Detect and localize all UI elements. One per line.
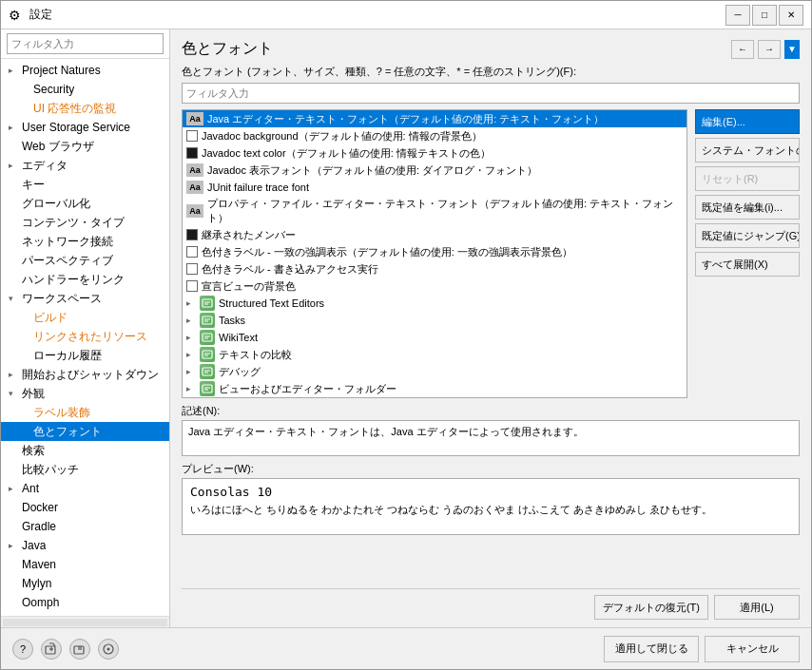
font-list-item[interactable]: 宣言ビューの背景色 — [183, 278, 686, 295]
font-list-item[interactable]: ▸WikiText — [183, 329, 686, 346]
sidebar-item-label: UI 応答性の監視 — [33, 101, 116, 117]
sidebar-item-appearance[interactable]: ▾外観 — [1, 384, 169, 403]
sidebar-item-colors-fonts[interactable]: 色とフォント — [1, 422, 169, 441]
font-list-item[interactable]: 色付きラベル - 一致の強調表示（デフォルト値の使用: 一致の強調表示背景色） — [183, 243, 686, 260]
sidebar-item-label: 開始およびシャットダウン — [22, 367, 159, 383]
font-item-label: Javadoc background（デフォルト値の使用: 情報の背景色） — [202, 129, 482, 144]
font-list[interactable]: AaJava エディター・テキスト・フォント（デフォルト値の使用: テキスト・フ… — [182, 109, 687, 398]
sidebar-filter-input[interactable] — [7, 33, 164, 54]
restore-button[interactable]: □ — [752, 5, 777, 26]
sidebar-item-label: Web ブラウザ — [22, 139, 94, 155]
font-list-item[interactable]: ▸デバッグ — [183, 363, 686, 380]
group-icon — [200, 381, 215, 396]
sidebar-item-ant[interactable]: ▸Ant — [1, 479, 169, 498]
sidebar-item-editor[interactable]: ▸エディタ — [1, 156, 169, 175]
font-list-item[interactable]: Aaプロパティ・ファイル・エディター・テキスト・フォント（デフォルト値の使用: … — [183, 196, 686, 226]
font-list-item[interactable]: AaJavadoc 表示フォント（デフォルト値の使用: ダイアログ・フォント） — [183, 162, 686, 179]
font-list-item[interactable]: AaJava エディター・テキスト・フォント（デフォルト値の使用: テキスト・フ… — [183, 110, 686, 127]
nav-back-button[interactable]: ← — [731, 40, 754, 59]
sidebar-item-java[interactable]: ▸Java — [1, 536, 169, 555]
settings-circle-icon[interactable] — [98, 639, 119, 660]
preview-box: Consolas 10 いろはにほへと ちりぬるを わかよたれそ つねならむ う… — [182, 478, 800, 535]
sidebar-item-handlers[interactable]: ハンドラーをリンク — [1, 270, 169, 289]
settings-svg-icon — [102, 642, 115, 656]
font-aa-icon: Aa — [186, 112, 203, 125]
panel-header: 色とフォント ← → ▼ — [182, 39, 800, 59]
font-list-item[interactable]: AaJUnit failure trace font — [183, 179, 686, 196]
group-icon — [200, 296, 215, 311]
export1-icon[interactable] — [41, 639, 62, 660]
sidebar-item-perspective[interactable]: パースペクティブ — [1, 251, 169, 270]
sidebar-item-gradle[interactable]: Gradle — [1, 517, 169, 536]
sidebar-item-search[interactable]: 検索 — [1, 441, 169, 460]
cancel-button[interactable]: キャンセル — [705, 636, 800, 662]
sidebar-item-local-history[interactable]: ローカル履歴 — [1, 346, 169, 365]
font-list-item[interactable]: ▸Structured Text Editors — [183, 295, 686, 312]
font-list-item[interactable]: 色付きラベル - 書き込みアクセス実行 — [183, 260, 686, 278]
sidebar-item-network[interactable]: ネットワーク接続 — [1, 232, 169, 251]
sidebar-item-user-storage[interactable]: ▸User Storage Service — [1, 118, 169, 137]
sidebar-hscroll-thumb[interactable] — [3, 619, 167, 626]
sidebar-item-build[interactable]: ビルド — [1, 308, 169, 327]
font-list-item[interactable]: 継承されたメンバー — [183, 226, 686, 243]
apply-close-button[interactable]: 適用して閉じる — [604, 636, 699, 662]
color-checkbox — [186, 280, 198, 292]
sidebar-item-security[interactable]: Security — [1, 80, 169, 99]
font-item-label: JUnit failure trace font — [207, 182, 309, 193]
expand-all-button[interactable]: すべて展開(X) — [695, 252, 800, 277]
font-item-label: プロパティ・ファイル・エディター・テキスト・フォント（デフォルト値の使用: テキ… — [207, 197, 683, 225]
export2-icon[interactable] — [69, 639, 90, 660]
tree-arrow-icon: ▸ — [9, 123, 22, 132]
sidebar-item-docker[interactable]: Docker — [1, 498, 169, 517]
tree-arrow-icon: ▸ — [9, 66, 22, 75]
font-list-item[interactable]: Javadoc text color（デフォルト値の使用: 情報テキストの色） — [183, 144, 686, 162]
help-icon[interactable]: ? — [12, 639, 33, 660]
nav-forward-button[interactable]: → — [758, 40, 781, 59]
sidebar-item-maven[interactable]: Maven — [1, 555, 169, 574]
group-arrow-icon: ▸ — [186, 384, 200, 393]
window-footer: ? — [1, 627, 811, 669]
font-list-item[interactable]: ▸テキストの比較 — [183, 346, 686, 363]
sidebar-item-label: Oomph — [22, 596, 59, 609]
restore-default-button[interactable]: デフォルトの復元(T) — [594, 595, 708, 620]
sidebar-item-oomph[interactable]: Oomph — [1, 593, 169, 612]
edit-default-button[interactable]: 既定値を編集(i)... — [695, 195, 800, 220]
minimize-button[interactable]: ─ — [725, 5, 750, 26]
sidebar-item-web-browser[interactable]: Web ブラウザ — [1, 137, 169, 156]
sidebar-item-globalization[interactable]: グローバル化 — [1, 194, 169, 213]
color-checkbox — [186, 229, 198, 240]
sidebar-scrollbar — [1, 616, 169, 627]
sidebar-item-label: User Storage Service — [22, 121, 130, 134]
sidebar-item-mylyn[interactable]: Mylyn — [1, 574, 169, 593]
apply-button[interactable]: 適用(L) — [714, 595, 800, 620]
group-icon — [200, 364, 215, 379]
use-system-font-button[interactable]: システム・フォントの使用(U) — [695, 138, 800, 163]
sidebar-item-ui-monitoring[interactable]: UI 応答性の監視 — [1, 99, 169, 118]
font-list-area: AaJava エディター・テキスト・フォント（デフォルト値の使用: テキスト・フ… — [182, 109, 800, 398]
sidebar-item-workspace[interactable]: ▾ワークスペース — [1, 289, 169, 308]
sidebar-tree[interactable]: ▸Project NaturesSecurityUI 応答性の監視▸User S… — [1, 59, 169, 616]
sidebar-item-key[interactable]: キー — [1, 175, 169, 194]
sidebar-item-label: 外観 — [22, 386, 45, 402]
color-checkbox — [186, 263, 198, 275]
font-list-item[interactable]: ▸Tasks — [183, 312, 686, 329]
sidebar-item-label: Mylyn — [22, 577, 51, 590]
sidebar-item-project-natures[interactable]: ▸Project Natures — [1, 61, 169, 80]
svg-rect-3 — [203, 316, 212, 324]
sidebar-item-content-types[interactable]: コンテンツ・タイプ — [1, 213, 169, 232]
sidebar-item-label: Project Natures — [22, 64, 101, 77]
close-button[interactable]: ✕ — [779, 5, 803, 26]
nav-dropdown-button[interactable]: ▼ — [784, 40, 800, 59]
sidebar-item-startup[interactable]: ▸開始およびシャットダウン — [1, 365, 169, 384]
sidebar-item-label: Security — [33, 83, 74, 96]
sidebar-filter-area — [1, 29, 169, 59]
font-list-item[interactable]: ▸ビューおよびエディター・フォルダー — [183, 380, 686, 397]
font-list-item[interactable]: Javadoc background（デフォルト値の使用: 情報の背景色） — [183, 127, 686, 144]
edit-button[interactable]: 編集(E)... — [695, 109, 800, 134]
sidebar-item-compare[interactable]: 比較パッチ — [1, 460, 169, 479]
sidebar-item-label-decoration[interactable]: ラベル装飾 — [1, 403, 169, 422]
goto-default-button[interactable]: 既定値にジャンプ(G) — [695, 223, 800, 248]
sidebar-item-linked-resources[interactable]: リンクされたリソース — [1, 327, 169, 346]
export-svg-icon — [45, 642, 58, 656]
font-filter-input[interactable] — [182, 83, 800, 104]
